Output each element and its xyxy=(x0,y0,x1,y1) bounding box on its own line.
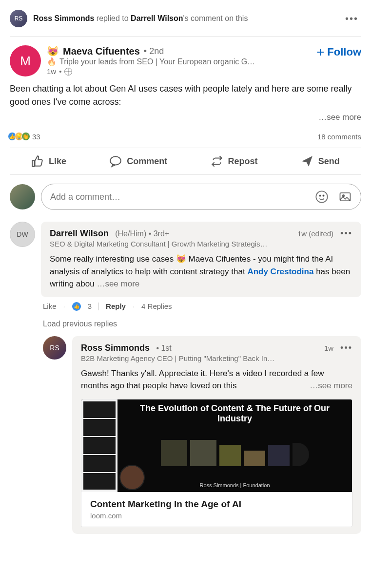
post-author-degree: • 2nd xyxy=(144,46,164,57)
svg-point-2 xyxy=(319,195,320,196)
comment-text: Some really interesting use cases 😻 Maev… xyxy=(50,253,352,290)
comment-like-count[interactable]: 3 xyxy=(88,302,92,310)
commenter-headline: SEO & Digital Marketing Consultant | Gro… xyxy=(50,240,352,248)
comment-like-button[interactable]: Like xyxy=(43,302,57,310)
reply-degree: • 1st xyxy=(156,344,171,352)
activity-menu-icon[interactable]: ••• xyxy=(342,10,361,27)
activity-header: RS Ross Simmonds replied to Darrell Wils… xyxy=(10,6,361,37)
commenter-avatar[interactable]: DW xyxy=(10,222,35,247)
commenter-degree: • 3rd+ xyxy=(149,229,170,238)
presenter-avatar xyxy=(119,465,145,490)
comments-count[interactable]: 18 comments xyxy=(317,133,361,141)
comment-placeholder: Add a comment… xyxy=(50,192,120,202)
post-author-headline: Triple your leads from SEO | Your Europe… xyxy=(59,57,255,66)
comment-replies-count[interactable]: 4 Replies xyxy=(141,302,172,310)
post-body: Been chatting a lot about Gen AI uses ca… xyxy=(10,82,361,109)
reply-age: 1w xyxy=(324,344,333,352)
comment-button[interactable]: Comment xyxy=(109,155,167,168)
slide-title: The Evolution of Content & The Future of… xyxy=(123,403,346,424)
post-age: 1w xyxy=(47,67,56,76)
send-icon xyxy=(301,155,313,168)
comment-compose: Add a comment… xyxy=(10,175,361,219)
activity-target[interactable]: Darrell Wilson xyxy=(131,14,183,22)
reply-see-more[interactable]: …see more xyxy=(310,379,352,392)
preview-media: The Evolution of Content & The Future of… xyxy=(81,399,352,492)
commenter-pronoun: (He/Him) xyxy=(115,229,146,238)
post-author-avatar[interactable]: M xyxy=(10,45,41,76)
post-header: M 😻 Maeva Cifuentes • 2nd 🔥 Triple your … xyxy=(10,37,361,82)
reply: RS Ross Simmonds • 1st 1w ••• B2B Market… xyxy=(43,336,361,534)
comment-see-more[interactable]: …see more xyxy=(97,279,139,288)
comment-menu-icon[interactable]: ••• xyxy=(340,228,352,239)
activity-text: Ross Simmonds replied to Darrell Wilson'… xyxy=(33,14,248,23)
reply-author-name[interactable]: Ross Simmonds xyxy=(81,343,150,353)
reply-text: Gawsh! Thanks y'all. Appreciate it. Here… xyxy=(81,367,352,392)
load-previous-replies[interactable]: Load previous replies xyxy=(43,316,361,336)
preview-source: loom.com xyxy=(90,512,343,520)
emoji-icon[interactable] xyxy=(315,190,329,204)
repost-icon xyxy=(211,155,223,168)
comment-reply-button[interactable]: Reply xyxy=(106,302,126,310)
activity-actor[interactable]: Ross Simmonds xyxy=(33,14,94,22)
commenter-name[interactable]: Darrell Wilson xyxy=(50,228,109,238)
repost-button[interactable]: Repost xyxy=(211,155,258,168)
thumbs-up-icon xyxy=(31,155,44,168)
reply-headline: B2B Marketing Agency CEO | Putting "Mark… xyxy=(81,354,352,362)
heart-eyes-cat-icon: 😻 xyxy=(47,45,59,57)
clap-reaction-icon: 👏 xyxy=(21,132,30,141)
post-see-more[interactable]: …see more xyxy=(10,109,361,128)
reply-menu-icon[interactable]: ••• xyxy=(340,343,352,353)
globe-icon xyxy=(64,68,72,76)
preview-title: Content Marketing in the Age of AI xyxy=(90,499,343,510)
reply-avatar[interactable]: RS xyxy=(43,336,66,360)
svg-point-0 xyxy=(111,156,121,165)
like-button[interactable]: Like xyxy=(31,155,66,168)
follow-button[interactable]: + Follow xyxy=(316,45,361,59)
comment-input[interactable]: Add a comment… xyxy=(41,184,361,210)
post-actions: Like Comment Repost Send xyxy=(10,148,361,175)
reactions[interactable]: 👍 💡 👏 33 xyxy=(10,132,40,141)
plus-icon: + xyxy=(316,45,324,59)
comment-age: 1w (edited) xyxy=(297,229,333,238)
post-author-name[interactable]: Maeva Cifuentes xyxy=(63,46,140,57)
self-avatar[interactable] xyxy=(10,184,35,209)
fire-icon: 🔥 xyxy=(47,57,57,66)
svg-point-1 xyxy=(316,191,327,202)
link-preview[interactable]: The Evolution of Content & The Future of… xyxy=(81,399,352,527)
svg-point-3 xyxy=(323,195,324,196)
reaction-count: 33 xyxy=(32,133,40,141)
mention-link[interactable]: Andy Crestodina xyxy=(247,267,313,276)
social-proof-row: 👍 💡 👏 33 18 comments xyxy=(10,128,361,148)
slide-footer: Ross Simmonds | Foundation xyxy=(199,482,270,488)
like-reaction-icon: 👍 xyxy=(72,302,81,311)
send-button[interactable]: Send xyxy=(301,155,340,168)
activity-avatar[interactable]: RS xyxy=(10,10,27,27)
comment-actions: Like · 👍 3 Reply · 4 Replies xyxy=(41,297,361,316)
image-icon[interactable] xyxy=(338,190,352,204)
comment-icon xyxy=(109,155,122,168)
comment: DW Darrell Wilson (He/Him) • 3rd+ 1w (ed… xyxy=(10,222,361,316)
